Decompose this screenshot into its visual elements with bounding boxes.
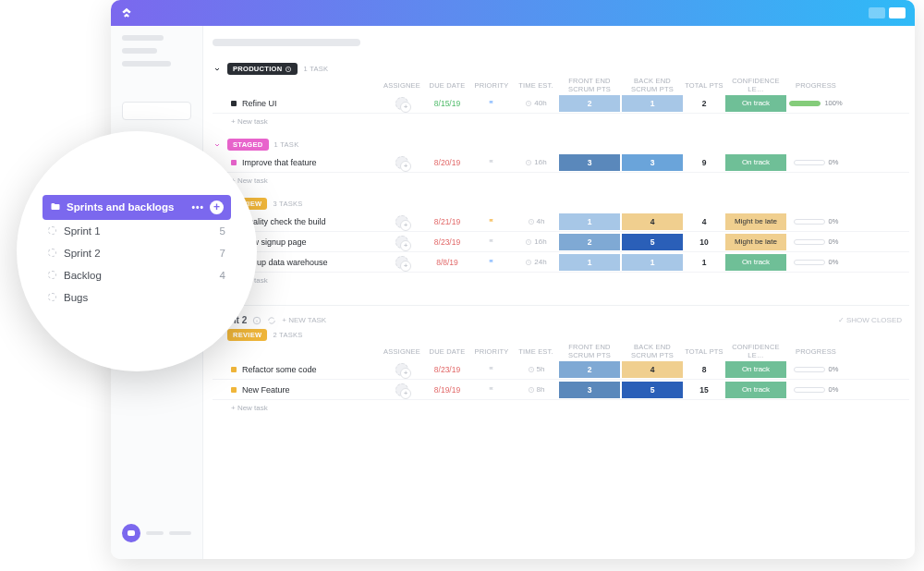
confidence-cell[interactable]: Might be late [725, 234, 786, 250]
due-date[interactable]: 8/23/19 [425, 237, 469, 247]
confidence-cell[interactable]: Might be late [725, 213, 786, 230]
add-list-button[interactable]: + [210, 200, 224, 214]
progress-cell[interactable]: 0% [787, 158, 845, 166]
fe-scrum-pts[interactable]: 1 [559, 254, 620, 271]
time-est-cell[interactable]: 5h [514, 365, 558, 373]
show-closed-toggle[interactable]: ✓ SHOW CLOSED [838, 316, 902, 324]
time-est-cell[interactable]: 8h [514, 385, 558, 394]
be-scrum-pts[interactable]: 4 [622, 361, 683, 378]
time-est-cell[interactable]: 16h [514, 237, 558, 246]
priority-cell[interactable] [469, 259, 514, 266]
priority-cell[interactable] [469, 218, 514, 225]
folder-more-icon[interactable]: ••• [191, 202, 204, 213]
task-title[interactable]: Improve that feature [213, 158, 379, 167]
priority-cell[interactable] [469, 238, 514, 246]
confidence-cell[interactable]: On track [725, 361, 786, 378]
assignee-cell[interactable] [379, 156, 425, 169]
new-task-button[interactable]: + New task [213, 114, 909, 135]
new-task-button[interactable]: + NEW TASK [282, 316, 326, 324]
assignee-cell[interactable] [379, 236, 425, 249]
task-title[interactable]: Refactor some code [213, 365, 379, 374]
priority-cell[interactable] [469, 159, 514, 166]
task-row[interactable]: New signup page 8/23/19 16h 2 5 10 Might… [213, 232, 909, 252]
confidence-cell[interactable]: On track [725, 254, 786, 271]
chat-launcher[interactable] [122, 524, 191, 542]
due-date[interactable]: 8/20/19 [425, 158, 469, 167]
time-est-cell[interactable]: 24h [514, 258, 558, 266]
status-pill[interactable]: STAGED [227, 139, 269, 151]
assignee-cell[interactable] [379, 97, 425, 110]
task-row[interactable]: Refactor some code 8/23/19 5h 2 4 8 On t… [213, 359, 909, 380]
task-title[interactable]: Refine UI [213, 99, 379, 108]
progress-cell[interactable]: 0% [787, 365, 845, 373]
fe-scrum-pts[interactable]: 2 [559, 234, 620, 250]
due-date[interactable]: 8/8/19 [425, 258, 469, 267]
total-pts: 15 [684, 385, 724, 395]
assignee-cell[interactable] [379, 256, 425, 269]
status-pill[interactable]: PRODUCTION [227, 63, 298, 75]
be-scrum-pts[interactable]: 1 [622, 95, 683, 112]
assignee-cell[interactable] [379, 383, 425, 396]
group-count: 1 TASK [274, 140, 299, 149]
fe-scrum-pts[interactable]: 1 [559, 213, 620, 230]
task-row[interactable]: Improve that feature 8/20/19 16h 3 3 9 O… [213, 152, 909, 173]
due-date[interactable]: 8/21/19 [425, 217, 469, 226]
progress-cell[interactable]: 0% [787, 258, 845, 266]
progress-cell[interactable]: 0% [787, 217, 845, 225]
due-date[interactable]: 8/15/19 [425, 99, 469, 108]
sidebar-list-item[interactable]: Sprint 1 5 [43, 220, 231, 242]
task-row[interactable]: New Feature 8/19/19 8h 3 5 15 On track 0… [213, 380, 909, 400]
sidebar-placeholder [122, 61, 171, 67]
priority-cell[interactable] [469, 386, 514, 394]
fe-scrum-pts[interactable]: 3 [559, 154, 620, 171]
task-name: New Feature [242, 385, 290, 395]
refresh-icon[interactable] [267, 316, 276, 325]
task-row[interactable]: Quality check the build 8/21/19 4h 1 4 4… [213, 212, 909, 232]
progress-cell[interactable]: 0% [787, 385, 845, 394]
progress-cell[interactable]: 100% [787, 99, 845, 107]
priority-cell[interactable] [469, 100, 514, 107]
confidence-cell[interactable]: On track [725, 382, 786, 398]
info-icon[interactable] [252, 316, 261, 325]
group-header[interactable]: REVIEW 2 TASKS [213, 329, 909, 341]
confidence-cell[interactable]: On track [725, 95, 786, 112]
time-est-cell[interactable]: 16h [514, 158, 558, 166]
be-scrum-pts[interactable]: 1 [622, 254, 683, 271]
sidebar-search-input[interactable] [122, 102, 191, 120]
clock-icon [528, 386, 535, 394]
assignee-cell[interactable] [379, 363, 425, 376]
fe-scrum-pts[interactable]: 2 [559, 95, 620, 112]
status-pill[interactable]: REVIEW [227, 329, 267, 341]
be-scrum-pts[interactable]: 5 [622, 382, 683, 398]
sidebar-list-item[interactable]: Backlog 4 [43, 264, 231, 286]
time-est-cell[interactable]: 40h [514, 99, 558, 107]
fe-scrum-pts[interactable]: 2 [559, 361, 620, 378]
new-task-button[interactable]: + New task [213, 273, 909, 294]
folder-sprints-backlogs[interactable]: Sprints and backlogs ••• + [43, 195, 231, 220]
group-header[interactable]: PRODUCTION 1 TASK [213, 63, 328, 75]
be-scrum-pts[interactable]: 5 [622, 234, 683, 250]
due-date[interactable]: 8/19/19 [425, 385, 469, 395]
time-est-cell[interactable]: 4h [514, 217, 558, 225]
task-title[interactable]: New Feature [213, 385, 379, 395]
progress-cell[interactable]: 0% [787, 237, 845, 246]
task-row[interactable]: Set up data warehouse 8/8/19 24h 1 1 1 O… [213, 252, 909, 273]
fe-scrum-pts[interactable]: 3 [559, 382, 620, 398]
confidence-cell[interactable]: On track [725, 154, 786, 171]
assign-avatar-icon [395, 97, 408, 110]
window-controls[interactable] [869, 7, 906, 18]
assignee-cell[interactable] [379, 215, 425, 228]
sidebar-list-item[interactable]: Bugs [43, 286, 231, 309]
collapse-icon[interactable] [213, 140, 222, 150]
task-row[interactable]: Refine UI 8/15/19 40h 2 1 2 On track 100… [213, 93, 909, 114]
sidebar-list-item[interactable]: Sprint 2 7 [43, 242, 231, 264]
group-header[interactable]: STAGED 1 TASK [213, 139, 298, 151]
due-date[interactable]: 8/23/19 [425, 365, 469, 374]
be-scrum-pts[interactable]: 4 [622, 213, 683, 230]
collapse-icon[interactable] [213, 65, 222, 74]
new-task-button[interactable]: + New task [213, 400, 909, 421]
priority-cell[interactable] [469, 366, 514, 373]
status-dot-icon [231, 367, 237, 372]
new-task-button[interactable]: + New task [213, 173, 909, 194]
be-scrum-pts[interactable]: 3 [622, 154, 683, 171]
